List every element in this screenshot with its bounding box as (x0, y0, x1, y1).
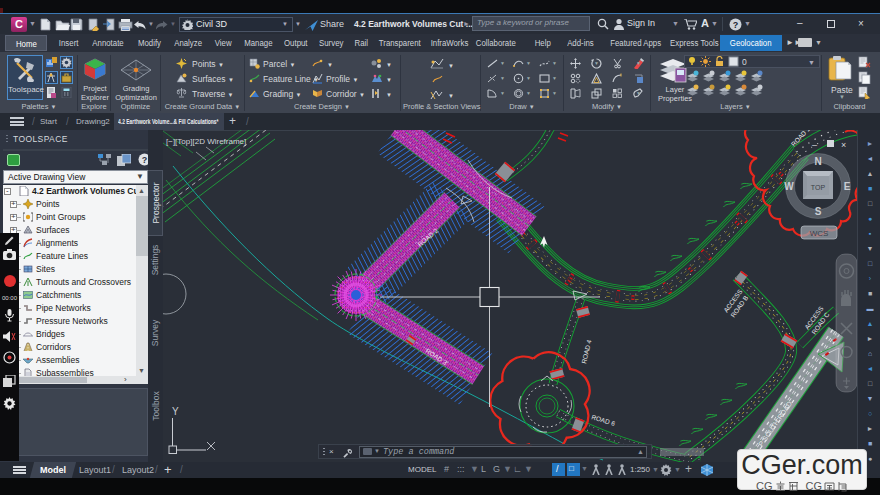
svg-text:N: N (814, 156, 821, 167)
svg-text:TOP: TOP (811, 184, 826, 191)
svg-text:?: ? (733, 20, 739, 30)
svg-text:WCS: WCS (810, 229, 829, 238)
svg-text:W: W (784, 181, 794, 192)
svg-text:[−][Top][2D Wireframe]: [−][Top][2D Wireframe] (166, 137, 246, 146)
svg-text:?: ? (142, 155, 148, 165)
svg-text:S: S (815, 206, 822, 217)
svg-text:E: E (844, 181, 851, 192)
svg-text:–: – (812, 140, 817, 150)
svg-text:×: × (841, 140, 846, 150)
svg-text:Y: Y (172, 406, 179, 417)
